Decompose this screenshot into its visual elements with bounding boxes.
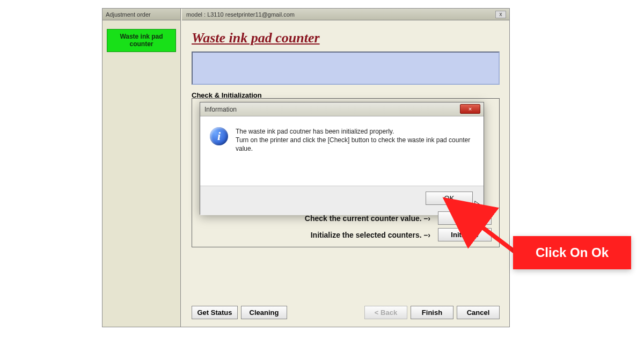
action-rows: Check the current counter value. –› Chec… (223, 208, 492, 241)
main-window: model : L3110 resetprinter11@gmail.com x… (182, 9, 509, 327)
initialize-button[interactable]: Initialize (438, 228, 492, 241)
sidebar-item-line2: counter (129, 40, 153, 48)
ok-button[interactable]: OK (426, 192, 473, 205)
check-row: Check the current counter value. –› Chec… (223, 211, 492, 225)
annotation-callout: Click On Ok (513, 236, 631, 269)
check-init-group: Check & Initialization Information × i T… (192, 91, 500, 247)
get-status-button[interactable]: Get Status (192, 306, 238, 319)
dialog-close-button[interactable]: × (460, 104, 480, 114)
info-icon: i (210, 127, 228, 145)
sidebar-titlebar: Adjustment order (103, 9, 180, 20)
dialog-titlebar: Information × (200, 102, 484, 116)
cleaning-button[interactable]: Cleaning (241, 306, 287, 319)
cancel-button[interactable]: Cancel (457, 306, 500, 319)
check-button[interactable]: Check (438, 211, 492, 225)
annotation-text: Click On Ok (536, 245, 609, 260)
information-dialog: Information × i The waste ink pad coutne… (200, 102, 484, 215)
app-window: Adjustment order Waste ink pad counter m… (102, 8, 510, 327)
dialog-title-text: Information (204, 106, 237, 113)
page-title: Waste ink pad counter (192, 30, 509, 46)
status-display (192, 52, 500, 85)
sidebar-window: Adjustment order Waste ink pad counter (103, 9, 181, 327)
dialog-message: The waste ink pad coutner has been initi… (236, 127, 474, 180)
check-label: Check the current counter value. –› (305, 214, 430, 223)
sidebar-item-waste-ink-pad-counter[interactable]: Waste ink pad counter (107, 29, 176, 52)
finish-button[interactable]: Finish (411, 306, 453, 319)
initialize-label: Initialize the selected counters. –› (311, 231, 430, 239)
initialize-row: Initialize the selected counters. –› Ini… (223, 228, 492, 241)
main-titlebar-text: model : L3110 resetprinter11@gmail.com (186, 11, 295, 18)
main-titlebar: model : L3110 resetprinter11@gmail.com x (182, 9, 509, 20)
dialog-body: i The waste ink pad coutner has been ini… (200, 116, 484, 186)
back-button[interactable]: < Back (364, 306, 407, 319)
group-border: Information × i The waste ink pad coutne… (192, 98, 500, 247)
bottom-nav: Get Status Cleaning < Back Finish Cancel (192, 306, 500, 319)
sidebar-item-line1: Waste ink pad (120, 33, 163, 40)
window-close-button[interactable]: x (495, 11, 506, 18)
